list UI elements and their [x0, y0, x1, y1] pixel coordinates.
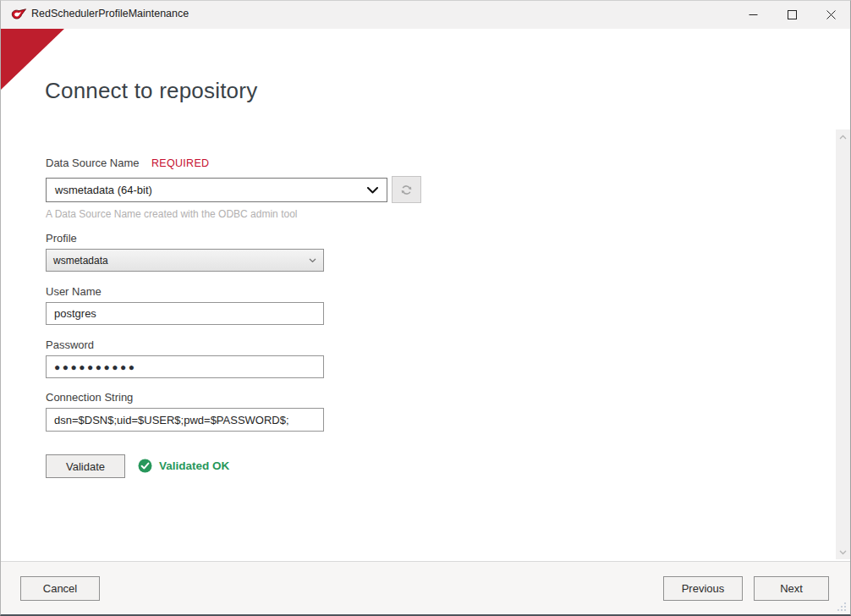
username-input[interactable]	[46, 302, 324, 325]
connection-string-input[interactable]	[46, 408, 324, 432]
minimize-icon	[749, 10, 758, 19]
footer-bar: Cancel Previous Next	[1, 561, 850, 614]
profile-label: Profile	[46, 232, 77, 245]
next-button[interactable]: Next	[754, 576, 829, 601]
maximize-icon	[788, 10, 797, 19]
cancel-button[interactable]: Cancel	[20, 576, 100, 601]
refresh-icon	[400, 184, 413, 196]
title-bar: RedSchedulerProfileMaintenance	[1, 1, 850, 29]
validation-status: Validated OK	[138, 459, 229, 473]
validate-button[interactable]: Validate	[46, 454, 125, 478]
maximize-button[interactable]	[772, 1, 811, 29]
window-title: RedSchedulerProfileMaintenance	[31, 8, 189, 19]
vertical-scrollbar[interactable]	[836, 129, 850, 559]
dsn-required-badge: REQUIRED	[151, 157, 209, 169]
chevron-down-small-icon	[309, 258, 316, 263]
dsn-combobox-value: wsmetadata (64-bit)	[55, 184, 367, 196]
dsn-refresh-button[interactable]	[392, 176, 421, 203]
scroll-up-icon[interactable]	[836, 129, 850, 144]
password-label: Password	[46, 338, 94, 351]
username-label: User Name	[46, 285, 102, 298]
profile-select-value: wsmetadata	[53, 255, 309, 267]
scroll-down-icon[interactable]	[836, 545, 850, 559]
dsn-combobox[interactable]: wsmetadata (64-bit)	[46, 178, 387, 202]
close-button[interactable]	[811, 1, 850, 29]
connection-string-label: Connection String	[46, 391, 133, 404]
resize-grip[interactable]	[837, 602, 846, 611]
app-window: RedSchedulerProfileMaintenance Connect t…	[0, 0, 851, 616]
profile-select[interactable]: wsmetadata	[46, 249, 324, 272]
chevron-down-icon	[367, 187, 378, 194]
dsn-label: Data Source Name	[46, 157, 140, 169]
previous-button[interactable]: Previous	[663, 576, 743, 601]
dsn-helper-text: A Data Source Name created with the ODBC…	[46, 208, 297, 220]
close-icon	[826, 10, 836, 19]
app-logo-icon	[11, 8, 27, 21]
password-input[interactable]	[46, 355, 324, 378]
validation-status-text: Validated OK	[159, 459, 229, 472]
minimize-button[interactable]	[733, 1, 772, 29]
check-circle-icon	[138, 459, 152, 473]
page-title: Connect to repository	[45, 78, 257, 104]
